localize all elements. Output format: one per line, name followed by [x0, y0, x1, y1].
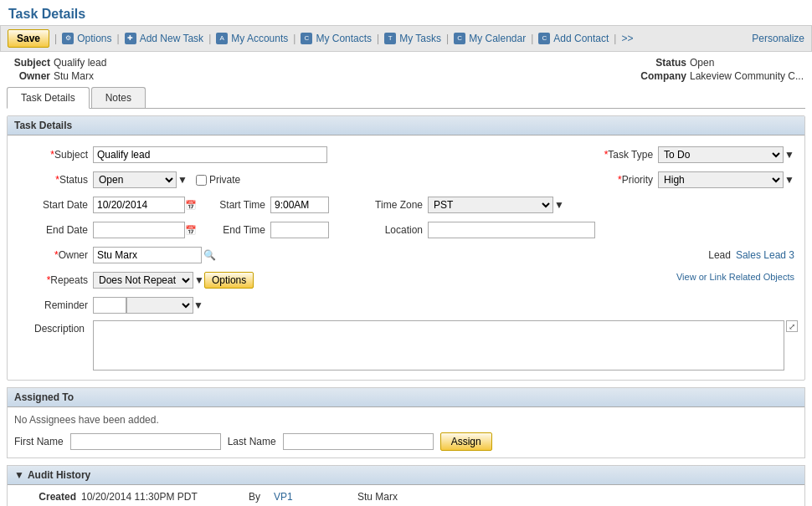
info-left: Subject Qualify lead Owner Stu Marx — [8, 57, 106, 82]
start-date-input[interactable] — [93, 197, 185, 213]
add-contact-icon: C — [538, 33, 550, 44]
subject-info-label: Subject — [8, 57, 50, 69]
location-label: Location — [352, 224, 428, 236]
lead-label: Lead — [660, 249, 736, 261]
end-date-calendar-icon[interactable]: 📅 — [185, 225, 197, 236]
view-link[interactable]: View or Link Related Objects — [676, 272, 794, 282]
save-button[interactable]: Save — [8, 29, 49, 48]
status-select[interactable]: Open Closed Pending — [93, 171, 177, 188]
toolbar-separator: | — [531, 33, 533, 44]
toolbar-separator: | — [208, 33, 211, 44]
timezone-select[interactable]: PST EST CST MST — [428, 197, 553, 213]
repeats-label: *Repeats — [18, 274, 93, 286]
tab-notes[interactable]: Notes — [91, 87, 146, 108]
end-time-input[interactable] — [270, 222, 329, 238]
toolbar-options-link[interactable]: Options — [77, 33, 111, 44]
repeats-dropdown-icon: ▼ — [194, 274, 204, 286]
tasktype-label: *Task Type — [583, 149, 658, 161]
audit-created-label: Created — [14, 491, 81, 503]
tasktype-select[interactable]: To Do Call Meeting Email — [658, 146, 784, 163]
audit-created-date: 10/20/2014 11:30PM PDT — [81, 491, 249, 503]
assigned-to-section: Assigned To No Assignees have been added… — [7, 387, 805, 458]
calendar-nav-icon: C — [454, 33, 465, 44]
priority-select[interactable]: High Medium Low — [658, 171, 784, 188]
toolbar-separator: | — [377, 33, 379, 44]
audit-history-header[interactable]: ▼ Audit History — [8, 466, 804, 485]
end-date-label: End Date — [18, 224, 93, 236]
private-label: Private — [209, 174, 240, 186]
first-name-input[interactable] — [70, 433, 221, 450]
contacts-icon: C — [301, 33, 312, 44]
tasktype-dropdown-icon: ▼ — [784, 149, 794, 161]
assigned-to-body: No Assignees have been added. First Name… — [8, 407, 804, 457]
toolbar-separator: | — [54, 33, 57, 44]
toolbar: Save | ⚙ Options | ✚ Add New Task | A My… — [0, 25, 812, 52]
description-textarea[interactable] — [93, 320, 784, 371]
company-info-value: Lakeview Community C... — [690, 70, 804, 82]
last-name-label: Last Name — [228, 436, 276, 447]
private-checkbox[interactable] — [196, 175, 207, 186]
owner-input[interactable] — [93, 247, 202, 263]
company-info-label: Company — [628, 70, 686, 82]
private-checkbox-label: Private — [196, 174, 240, 186]
assigned-to-header: Assigned To — [8, 388, 804, 407]
repeats-options-button[interactable]: Options — [204, 272, 254, 289]
options-icon: ⚙ — [62, 33, 74, 44]
first-name-label: First Name — [14, 436, 64, 447]
info-right: Status Open Company Lakeview Community C… — [628, 57, 804, 82]
tabs: Task Details Notes — [7, 87, 805, 109]
owner-search-icon[interactable]: 🔍 — [203, 249, 216, 261]
toolbar-separator: | — [117, 33, 120, 44]
reminder-dropdown-icon: ▼ — [193, 299, 203, 311]
audit-history-body: Created 10/20/2014 11:30PM PDT By VP1 St… — [8, 485, 804, 506]
priority-label: *Priority — [583, 174, 658, 186]
description-expand-icon[interactable]: ⤢ — [786, 320, 798, 332]
start-time-input[interactable] — [270, 197, 329, 213]
info-bar: Subject Qualify lead Owner Stu Marx Stat… — [0, 52, 812, 87]
toolbar-my-contacts-link[interactable]: My Contacts — [316, 33, 372, 44]
end-date-input[interactable] — [93, 222, 185, 238]
last-name-input[interactable] — [283, 433, 434, 450]
toolbar-my-tasks-link[interactable]: My Tasks — [399, 33, 441, 44]
task-details-section: Task Details *Subject *Task Type To Do C… — [7, 115, 805, 381]
toolbar-my-accounts-link[interactable]: My Accounts — [231, 33, 288, 44]
audit-row-created: Created 10/20/2014 11:30PM PDT By VP1 St… — [14, 488, 798, 505]
audit-history-section: ▼ Audit History Created 10/20/2014 11:30… — [7, 465, 805, 506]
tab-task-details[interactable]: Task Details — [7, 87, 90, 109]
toolbar-add-task-link[interactable]: Add New Task — [140, 33, 203, 44]
toolbar-separator: | — [446, 33, 449, 44]
repeats-select[interactable]: Does Not Repeat Daily Weekly Monthly Yea… — [93, 272, 193, 289]
reminder-label: Reminder — [18, 299, 93, 311]
page-title: Task Details — [0, 0, 812, 25]
toolbar-add-contact-link[interactable]: Add Contact — [553, 33, 609, 44]
task-details-body: *Subject *Task Type To Do Call Meeting E… — [8, 135, 804, 380]
audit-created-user: VP1 — [274, 491, 357, 503]
end-time-label: End Time — [212, 224, 270, 236]
subject-input[interactable] — [93, 146, 327, 163]
add-task-icon: ✚ — [125, 33, 136, 44]
task-details-header: Task Details — [8, 116, 804, 135]
tasks-icon: T — [384, 33, 396, 44]
description-label: Description — [14, 320, 90, 335]
audit-created-name: Stu Marx — [357, 491, 441, 503]
lead-link[interactable]: Sales Lead 3 — [736, 249, 794, 261]
toolbar-separator: | — [614, 33, 616, 44]
owner-info-value: Stu Marx — [54, 70, 94, 82]
timezone-label: Time Zone — [352, 199, 428, 211]
toolbar-separator: | — [293, 33, 296, 44]
personalize-link[interactable]: Personalize — [752, 33, 804, 44]
status-info-value: Open — [690, 57, 714, 69]
assign-row: First Name Last Name Assign — [14, 432, 798, 451]
audit-history-title: Audit History — [28, 469, 90, 481]
priority-dropdown-icon: ▼ — [784, 174, 794, 186]
location-input[interactable] — [428, 222, 595, 238]
reminder-unit-select[interactable]: Minutes Hours Days — [126, 297, 193, 314]
start-date-calendar-icon[interactable]: 📅 — [185, 200, 197, 211]
toolbar-my-calendar-link[interactable]: My Calendar — [469, 33, 526, 44]
toolbar-more-link[interactable]: >> — [621, 33, 633, 44]
owner-info-label: Owner — [8, 70, 50, 82]
assign-button[interactable]: Assign — [440, 432, 492, 451]
reminder-value-input[interactable] — [93, 297, 126, 314]
timezone-dropdown-icon: ▼ — [554, 199, 564, 211]
accounts-icon: A — [216, 33, 228, 44]
